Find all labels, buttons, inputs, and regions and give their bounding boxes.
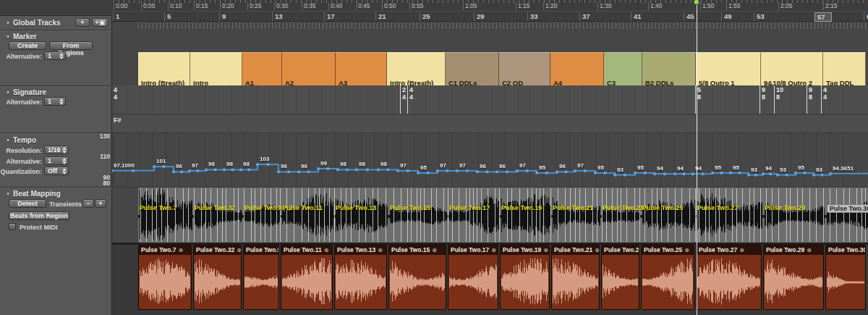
- beat-region-label[interactable]: Pulse Two.19: [501, 204, 542, 211]
- signature-event[interactable]: 4 4: [823, 87, 827, 101]
- tempo-point-label[interactable]: 103: [260, 156, 269, 162]
- stepper-arrows-icon[interactable]: [59, 98, 64, 105]
- audio-region[interactable]: Pulse Two.7⊕: [138, 245, 192, 310]
- audio-region[interactable]: Pulse Two.15⊕: [388, 245, 446, 310]
- tempo-point-label[interactable]: 98: [340, 161, 346, 167]
- tempo-point-label[interactable]: 95: [597, 164, 604, 171]
- tempo-point-label[interactable]: 97: [577, 162, 584, 169]
- audio-region[interactable]: Pulse Two.17⊕: [448, 245, 498, 310]
- tempo-point-label[interactable]: 98: [380, 161, 387, 167]
- beat-region-label[interactable]: Pulse Two.27: [697, 204, 738, 211]
- tempo-point-label[interactable]: 97: [519, 162, 526, 169]
- tempo-point-label[interactable]: 93: [816, 167, 822, 173]
- region-name[interactable]: Pulse Two.27⊕: [697, 245, 761, 255]
- beat-mapping-lane[interactable]: Pulse Two.7Pulse Two.32Pulse Two.9Pulse …: [112, 187, 868, 243]
- signature-event[interactable]: 2 4: [402, 87, 406, 101]
- tempo-point-label[interactable]: 95: [637, 164, 644, 171]
- region-name[interactable]: Pulse Two.30⊕: [826, 245, 865, 255]
- transients-plus-button[interactable]: +: [95, 199, 106, 208]
- tempo-point-label[interactable]: 95: [420, 164, 427, 171]
- audio-region[interactable]: Pulse Two.27⊕: [696, 245, 762, 310]
- tempo-point-label[interactable]: 99: [320, 160, 327, 167]
- beat-region-label[interactable]: Pulse Two.32: [195, 204, 235, 211]
- audio-region[interactable]: Pulse Two.9⊕: [243, 245, 279, 310]
- tempo-lane[interactable]: [112, 133, 868, 187]
- tempo-point-label[interactable]: 97.1000: [114, 162, 135, 169]
- tempo-point-label[interactable]: 96: [281, 163, 287, 169]
- global-tracks-header[interactable]: ▼Global Tracks: [6, 19, 61, 27]
- add-global-track-button[interactable]: +: [75, 18, 90, 27]
- beat-region-label[interactable]: Pulse Two.29: [765, 204, 805, 211]
- tempo-point-label[interactable]: 101: [156, 158, 166, 164]
- tempo-point-label[interactable]: 97: [459, 162, 466, 169]
- marker-create-button[interactable]: Create: [9, 41, 46, 50]
- tempo-point-label[interactable]: 94: [677, 165, 684, 172]
- signature-event[interactable]: 9 8: [762, 87, 765, 101]
- tempo-point-label[interactable]: 97: [400, 162, 407, 169]
- beat-region-label[interactable]: Pulse Two.25: [642, 204, 683, 211]
- beat-region-label[interactable]: Pulse Two.9: [244, 204, 281, 211]
- signature-lane[interactable]: 4 42 44 45 89 810 89 84 4: [112, 85, 868, 114]
- marker-section-header[interactable]: ▼Marker: [6, 33, 37, 41]
- audio-region[interactable]: Pulse Two.19⊕: [500, 245, 550, 310]
- add-track-set-button[interactable]: +▣: [92, 18, 109, 27]
- stepper-arrows-icon[interactable]: [59, 53, 64, 59]
- audio-track-lane[interactable]: Pulse Two.7⊕Pulse Two.32⊕Pulse Two.9⊕Pul…: [112, 245, 868, 315]
- tempo-point-label[interactable]: 96: [499, 163, 506, 169]
- region-name[interactable]: Pulse Two.13⊕: [335, 245, 386, 255]
- tempo-point-label[interactable]: 93: [751, 167, 757, 173]
- region-name[interactable]: Pulse Two.7⊕: [139, 245, 191, 255]
- tempo-point-label[interactable]: 94.3651: [833, 165, 854, 172]
- marker-alternative-stepper[interactable]: 1: [44, 51, 66, 60]
- signature-event[interactable]: 10 8: [776, 87, 783, 101]
- audio-region[interactable]: Pulse Two.32⊕: [193, 245, 242, 310]
- beat-region-label[interactable]: Pulse Two.13: [336, 204, 376, 211]
- region-name[interactable]: Pulse Two.11⊕: [281, 245, 332, 255]
- region-name[interactable]: Pulse Two.29⊕: [764, 245, 823, 255]
- region-name[interactable]: Pulse Two.19⊕: [501, 245, 549, 255]
- protect-midi-checkbox[interactable]: [9, 223, 16, 230]
- marker-from-regions-button[interactable]: From Regions: [49, 41, 93, 50]
- stepper-arrows-icon[interactable]: [61, 158, 67, 164]
- key-signature-lane[interactable]: F#: [112, 115, 868, 133]
- tempo-point-label[interactable]: 96: [559, 163, 566, 169]
- beat-region-label[interactable]: Pulse Two.30: [827, 204, 868, 213]
- disclosure-triangle-icon[interactable]: ▼: [6, 91, 10, 95]
- region-name[interactable]: Pulse Two.9⊕: [244, 245, 278, 255]
- tempo-point-label[interactable]: 95: [733, 164, 739, 171]
- beat-mapping-section-header[interactable]: ▼Beat Mapping: [6, 190, 61, 198]
- beat-mapping-zone[interactable]: Pulse Two.7Pulse Two.32Pulse Two.9Pulse …: [138, 188, 868, 243]
- marker-lane[interactable]: Intro (Breath)IntroA1A2A3Intro (Breath)C…: [112, 22, 868, 85]
- region-name[interactable]: Pulse Two.17⊕: [448, 245, 498, 255]
- region-name[interactable]: Pulse Two.23⊕: [602, 245, 639, 255]
- audio-region[interactable]: Pulse Two.30⊕: [825, 245, 866, 310]
- bar-ruler[interactable]: 0:000:050:100:150:200:250:300:350:400:45…: [112, 0, 868, 22]
- beat-mapping-detect-button[interactable]: Detect: [9, 199, 46, 208]
- audio-region[interactable]: Pulse Two.11⊕: [281, 245, 333, 310]
- tempo-point-label[interactable]: 93: [780, 167, 786, 173]
- audio-region[interactable]: Pulse Two.21⊕: [551, 245, 600, 310]
- beat-region-label[interactable]: Pulse Two.23: [603, 204, 643, 211]
- tempo-point-label[interactable]: 97: [192, 162, 198, 169]
- tempo-point-label[interactable]: 96: [480, 163, 486, 169]
- tempo-alternative-stepper[interactable]: 1: [44, 156, 69, 165]
- beat-region-label[interactable]: Pulse Two.21: [553, 204, 593, 211]
- tempo-resolution-stepper[interactable]: 1/16: [44, 146, 69, 154]
- audio-region[interactable]: Pulse Two.29⊕: [763, 245, 824, 310]
- signature-section-header[interactable]: ▼Signature: [6, 88, 46, 96]
- signature-event[interactable]: 4 4: [114, 87, 117, 101]
- tempo-quantization-stepper[interactable]: Off: [44, 167, 69, 175]
- tempo-point-label[interactable]: 95: [715, 164, 721, 171]
- disclosure-triangle-icon[interactable]: ▼: [6, 138, 10, 143]
- tempo-point-label[interactable]: 98: [359, 161, 365, 167]
- region-name[interactable]: Pulse Two.15⊕: [389, 245, 446, 255]
- tempo-point-label[interactable]: 98: [208, 161, 215, 167]
- signature-event[interactable]: 4 4: [409, 87, 413, 101]
- tempo-point-label[interactable]: 96: [301, 163, 307, 169]
- beat-region-label[interactable]: Pulse Two.15: [390, 204, 430, 211]
- disclosure-triangle-icon[interactable]: ▼: [6, 192, 10, 196]
- playhead[interactable]: [697, 0, 697, 315]
- signature-alternative-stepper[interactable]: 1: [44, 97, 66, 106]
- region-name[interactable]: Pulse Two.21⊕: [552, 245, 599, 255]
- tempo-section-header[interactable]: ▼Tempo: [6, 136, 36, 144]
